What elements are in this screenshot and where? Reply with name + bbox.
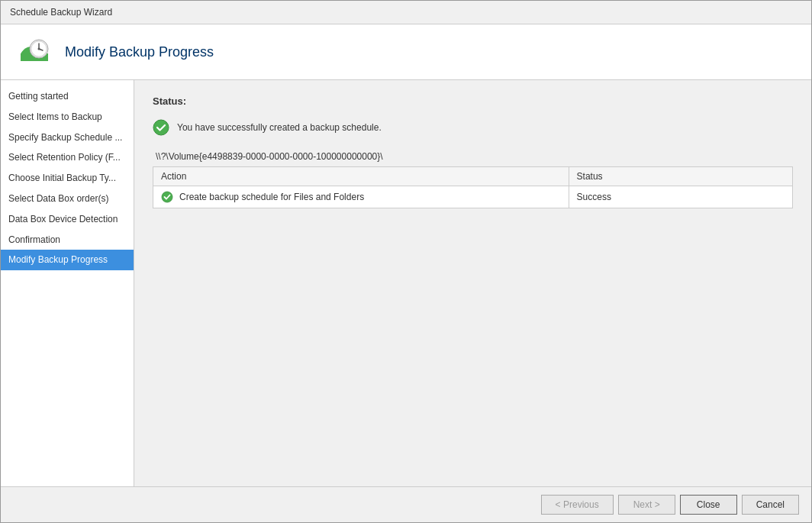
column-action: Action [153, 167, 569, 186]
success-message: You have successfully created a backup s… [153, 119, 793, 136]
table-row: Create backup schedule for Files and Fol… [153, 186, 792, 208]
action-text: Create backup schedule for Files and Fol… [179, 192, 364, 202]
sidebar-item-choose-initial[interactable]: Choose Initial Backup Ty... [1, 168, 134, 189]
sidebar-item-confirmation[interactable]: Confirmation [1, 230, 134, 250]
status-cell: Success [569, 186, 792, 208]
window: Schedule Backup Wizard Modify Backup Pro… [0, 0, 812, 523]
sidebar-item-specify-schedule[interactable]: Specify Backup Schedule ... [1, 128, 134, 148]
title-bar: Schedule Backup Wizard [1, 1, 811, 24]
page-title: Modify Backup Progress [65, 44, 214, 60]
action-cell: Create backup schedule for Files and Fol… [153, 186, 569, 208]
column-status: Status [569, 167, 792, 186]
footer: < Previous Next > Close Cancel [1, 486, 811, 522]
sidebar-item-databox-detection[interactable]: Data Box Device Detection [1, 209, 134, 230]
success-text: You have successfully created a backup s… [177, 122, 382, 133]
main-content: Status: You have successfully created a … [134, 80, 811, 486]
success-check-icon [153, 119, 169, 136]
window-title: Schedule Backup Wizard [10, 7, 112, 18]
header: Modify Backup Progress [1, 24, 811, 80]
row-check-icon [161, 191, 173, 203]
previous-button[interactable]: < Previous [541, 495, 614, 515]
svg-point-8 [38, 48, 40, 50]
content-area: Getting started Select Items to Backup S… [1, 80, 811, 486]
table-header-row: Action Status [153, 167, 792, 186]
sidebar-item-select-items[interactable]: Select Items to Backup [1, 107, 134, 128]
sidebar-item-select-databox[interactable]: Select Data Box order(s) [1, 189, 134, 209]
svg-point-9 [153, 120, 169, 135]
wizard-icon [16, 34, 53, 70]
svg-point-10 [162, 192, 172, 202]
sidebar-item-select-retention[interactable]: Select Retention Policy (F... [1, 147, 134, 168]
sidebar-item-getting-started[interactable]: Getting started [1, 86, 134, 107]
close-button[interactable]: Close [680, 495, 737, 515]
next-button[interactable]: Next > [618, 495, 675, 515]
cancel-button[interactable]: Cancel [742, 495, 799, 515]
results-table: Action Status [153, 167, 792, 208]
sidebar-item-modify-progress[interactable]: Modify Backup Progress [1, 250, 134, 270]
sidebar: Getting started Select Items to Backup S… [1, 80, 134, 486]
volume-path: \\?\Volume{e4498839-0000-0000-0000-10000… [153, 151, 793, 162]
results-table-container: Action Status [153, 166, 793, 208]
status-label: Status: [153, 95, 793, 107]
